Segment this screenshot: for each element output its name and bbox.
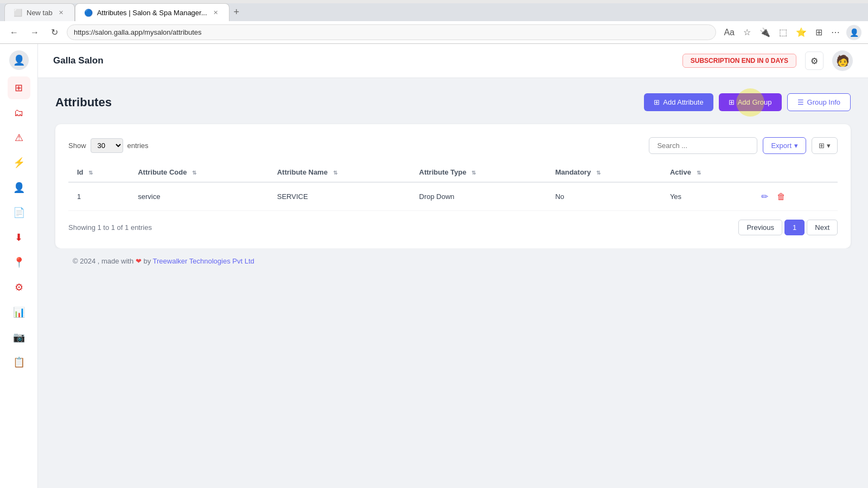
extension-btn[interactable]: 🔌 xyxy=(757,25,773,40)
delete-button[interactable]: 🗑 xyxy=(774,190,789,204)
table-row: 1 service SERVICE Drop Down No Yes ✏ 🗑 xyxy=(68,182,838,211)
avatar-icon: 🧑 xyxy=(836,54,850,67)
tab-close-btn-2[interactable]: ✕ xyxy=(212,8,220,17)
forward-button[interactable]: → xyxy=(27,25,42,40)
tab-label: New tab xyxy=(27,9,53,17)
add-attribute-icon: ⊞ xyxy=(654,98,660,106)
sidebar-item-dashboard[interactable]: ⊞ xyxy=(8,76,30,99)
user-avatar[interactable]: 🧑 xyxy=(832,50,853,71)
cell-name: SERVICE xyxy=(269,182,411,211)
add-group-label: Add Group xyxy=(738,98,772,106)
sidebar-item-list[interactable]: 📋 xyxy=(8,351,30,374)
page-title: Attributes xyxy=(55,95,112,110)
add-attribute-label: Add Attribute xyxy=(663,98,703,106)
tab-close-btn[interactable]: ✕ xyxy=(57,8,66,17)
export-label: Export xyxy=(771,142,792,150)
view-dropdown-icon: ▾ xyxy=(827,142,831,150)
page-1-button[interactable]: 1 xyxy=(784,220,805,235)
refresh-button[interactable]: ↻ xyxy=(48,25,61,40)
sidebar-item-file[interactable]: 📄 xyxy=(8,201,30,224)
sidebar-item-download[interactable]: ⬇ xyxy=(8,226,30,249)
sort-icon-mandatory: ⇅ xyxy=(596,170,601,176)
company-link[interactable]: Treewalker Technologies Pvt Ltd xyxy=(153,257,254,265)
page-header: Attributes ⊞ Add Attribute ⊞ Add Group ☰… xyxy=(55,93,851,111)
previous-page-button[interactable]: Previous xyxy=(738,220,782,235)
main-content: Galla Salon SUBSCRIPTION END IN 0 DAYS ⚙… xyxy=(38,44,868,488)
view-toggle-button[interactable]: ⊞ ▾ xyxy=(812,137,838,154)
show-entries: Show 10 25 30 50 100 entries xyxy=(68,138,149,153)
url-input[interactable] xyxy=(67,24,716,40)
collections-btn[interactable]: ⊞ xyxy=(813,25,825,40)
footer-by: by xyxy=(143,257,151,265)
pagination-row: Showing 1 to 1 of 1 entries Previous 1 N… xyxy=(68,220,838,235)
entries-select[interactable]: 10 25 30 50 100 xyxy=(91,138,123,153)
edit-button[interactable]: ✏ xyxy=(758,189,771,204)
tab-bar: ⬜ New tab ✕ 🔵 Attributes | Salon & Spa M… xyxy=(0,3,868,21)
address-bar: ← → ↻ Aa ☆ 🔌 ⬚ ⭐ ⊞ ⋯ 👤 xyxy=(0,21,868,44)
back-button[interactable]: ← xyxy=(7,25,22,40)
col-header-actions xyxy=(749,163,838,182)
sidebar-item-alert[interactable]: ⚠ xyxy=(8,126,30,149)
translate-btn[interactable]: Aa xyxy=(722,25,737,40)
search-input[interactable] xyxy=(649,137,757,154)
favorites-btn[interactable]: ⭐ xyxy=(794,25,809,40)
sort-icon-active: ⇅ xyxy=(697,170,701,176)
sidebar-btn[interactable]: ⬚ xyxy=(777,25,789,40)
table-right-controls: Export ▾ ⊞ ▾ xyxy=(649,137,838,154)
sidebar-user-avatar[interactable]: 👤 xyxy=(9,50,29,70)
col-header-code: Attribute Code ⇅ xyxy=(129,163,269,182)
table-card: Show 10 25 30 50 100 entries E xyxy=(55,124,851,248)
add-group-button[interactable]: ⊞ Add Group xyxy=(719,93,782,111)
pagination-buttons: Previous 1 Next xyxy=(738,220,838,235)
heart-icon: ❤ xyxy=(136,257,142,265)
cell-code: service xyxy=(129,182,269,211)
sidebar: 👤 ⊞ 🗂 ⚠ ⚡ 👤 📄 ⬇ 📍 ⚙ 📊 📷 📋 xyxy=(0,44,38,488)
cell-id: 1 xyxy=(68,182,129,211)
sidebar-item-pin[interactable]: 📍 xyxy=(8,251,30,274)
browser-user-avatar[interactable]: 👤 xyxy=(846,25,861,40)
show-label: Show xyxy=(68,142,86,150)
sidebar-item-user[interactable]: 👤 xyxy=(8,176,30,199)
tab-label-2: Attributes | Salon & Spa Manager... xyxy=(97,9,207,17)
app-container: 👤 ⊞ 🗂 ⚠ ⚡ 👤 📄 ⬇ 📍 ⚙ 📊 📷 📋 Galla Salon SU… xyxy=(0,44,868,488)
page-actions: ⊞ Add Attribute ⊞ Add Group ☰ Group Info xyxy=(644,93,851,111)
tab-favicon-2: 🔵 xyxy=(84,9,93,17)
app-title: Galla Salon xyxy=(53,55,104,66)
pagination-info: Showing 1 to 1 of 1 entries xyxy=(68,223,152,232)
col-header-mandatory: Mandatory ⇅ xyxy=(546,163,661,182)
cell-type: Drop Down xyxy=(411,182,547,211)
cell-actions: ✏ 🗑 xyxy=(749,182,838,211)
data-table: Id ⇅ Attribute Code ⇅ Attribute Name ⇅ xyxy=(68,163,838,211)
subscription-badge: SUBSCRIPTION END IN 0 DAYS xyxy=(682,54,796,68)
sidebar-item-settings[interactable]: ⚙ xyxy=(8,276,30,299)
table-header-row: Id ⇅ Attribute Code ⇅ Attribute Name ⇅ xyxy=(68,163,838,182)
settings-button[interactable]: ⚙ xyxy=(805,52,824,70)
new-tab-button[interactable]: + xyxy=(229,4,244,20)
col-header-id: Id ⇅ xyxy=(68,163,129,182)
cell-mandatory: No xyxy=(546,182,661,211)
footer: © 2024 , made with ❤ by Treewalker Techn… xyxy=(55,248,851,274)
tab-attributes[interactable]: 🔵 Attributes | Salon & Spa Manager... ✕ xyxy=(75,3,229,21)
bookmark-btn[interactable]: ☆ xyxy=(741,25,753,40)
next-page-button[interactable]: Next xyxy=(807,220,838,235)
sidebar-item-camera[interactable]: 📷 xyxy=(8,326,30,349)
group-info-label: Group Info xyxy=(807,98,840,106)
sort-icon-id: ⇅ xyxy=(88,170,93,176)
more-btn[interactable]: ⋯ xyxy=(829,25,842,40)
sort-icon-code: ⇅ xyxy=(192,170,196,176)
group-info-button[interactable]: ☰ Group Info xyxy=(787,93,851,111)
sidebar-item-zap[interactable]: ⚡ xyxy=(8,151,30,174)
add-attribute-button[interactable]: ⊞ Add Attribute xyxy=(644,93,713,111)
grid-icon: ⊞ xyxy=(819,142,825,150)
tab-favicon: ⬜ xyxy=(14,9,22,17)
export-dropdown-icon: ▾ xyxy=(794,142,798,150)
export-button[interactable]: Export ▾ xyxy=(763,137,806,154)
sort-icon-type: ⇅ xyxy=(471,170,476,176)
sort-icon-name: ⇅ xyxy=(333,170,337,176)
browser-chrome: ⬜ New tab ✕ 🔵 Attributes | Salon & Spa M… xyxy=(0,0,868,44)
sidebar-item-report[interactable]: 📊 xyxy=(8,301,30,324)
sidebar-item-folder[interactable]: 🗂 xyxy=(8,101,30,124)
footer-text: © 2024 , made with xyxy=(73,257,133,265)
tab-newtab[interactable]: ⬜ New tab ✕ xyxy=(4,3,75,21)
col-header-name: Attribute Name ⇅ xyxy=(269,163,411,182)
